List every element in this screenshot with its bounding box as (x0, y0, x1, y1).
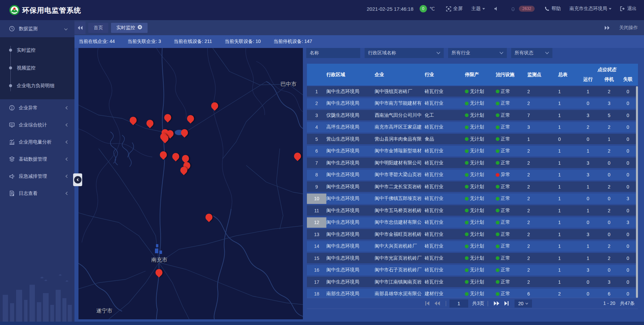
next-page-button[interactable] (494, 301, 499, 306)
region-filter-select[interactable]: 行政区域名称 (365, 48, 444, 58)
megaphone-icon (9, 173, 15, 179)
sidebar-item-4[interactable]: 企业用电量分析 (0, 133, 74, 151)
chevron-down-icon (436, 52, 440, 54)
cell-run-count: 1 (576, 181, 600, 192)
first-page-button[interactable] (425, 301, 430, 306)
table-row-1[interactable]: 1阆中生态环境局阆中强锐页岩砖厂砖瓦行业无计划正常21120 (307, 86, 638, 97)
close-operations-button[interactable]: 关闭操作 (619, 25, 638, 31)
table-scrollbar[interactable] (636, 86, 638, 298)
cell-stop-status: 无计划 (463, 181, 490, 192)
bullet-dot-icon (9, 84, 12, 87)
notifications[interactable]: 2632 (511, 6, 535, 12)
cell-halt-count: 2 (600, 122, 618, 132)
chevron-left-icon (65, 122, 68, 128)
cell-company: 阆中市枣碧大梁山页岩 (375, 170, 425, 180)
cell-lost-count: 3 (618, 217, 638, 228)
status-dot-icon (465, 197, 469, 201)
cell-industry: 砖瓦行业 (425, 146, 463, 156)
tabs-scroll-left-button[interactable] (74, 21, 86, 34)
table-row-11[interactable]: 11阆中生态环境局阆中市五马桥页岩机砖砖瓦行业无计划正常21120 (307, 205, 638, 216)
sidebar-item-6[interactable]: 应急减排管理 (0, 168, 74, 185)
name-filter-input[interactable]: 名称 (306, 48, 360, 58)
table-row-8[interactable]: 8阆中生态环境局阆中市枣碧大梁山页岩砖瓦行业无计划异常21300 (307, 170, 638, 180)
cell-industry: 砖瓦行业 (425, 86, 463, 97)
prev-page-button[interactable] (434, 301, 440, 306)
tab-close-icon[interactable] (138, 25, 142, 31)
sidebar-submenu: 实时监控视频监控企业电力负荷明细 (0, 37, 74, 99)
table-row-15[interactable]: 15阆中生态环境局阆中市光富页岩机砖厂砖瓦行业无计划正常21120 (307, 253, 638, 263)
industry-filter-select[interactable]: 所有行业 (448, 48, 507, 58)
map-city-label: 巴中市 (280, 81, 297, 88)
table-row-17[interactable]: 17阆中生态环境局阆中市江南镇阆南页岩砖瓦行业无计划正常21030 (307, 277, 638, 287)
log-file-icon (9, 191, 15, 196)
status-filter-select[interactable]: 所有状态 (511, 48, 552, 58)
logout-icon (620, 6, 625, 11)
table-row-9[interactable]: 9阆中生态环境局阆中市二龙长宝页岩砖砖瓦行业无计划正常21120 (307, 181, 638, 192)
table-row-16[interactable]: 16阆中生态环境局阆中市石子页岩机砖厂砖瓦行业无计划正常21300 (307, 265, 638, 275)
cell-region: 阆中生态环境局 (326, 146, 375, 156)
cell-region: 阆中生态环境局 (326, 194, 375, 204)
cell-company: 阆中千佛镇五郎垭页岩 (375, 194, 425, 204)
cell-industry: 建材行业 (425, 289, 463, 298)
mute-button[interactable] (494, 6, 500, 11)
sidebar-item-3[interactable]: 企业综合统计 (0, 116, 74, 133)
tab-2[interactable]: 实时监控 (111, 23, 148, 33)
cell-run-count: 3 (576, 170, 600, 180)
row-index: 14 (307, 241, 326, 252)
cell-facility-status: 正常 (490, 158, 519, 168)
logout-button[interactable]: 退出 (620, 6, 637, 12)
table-row-10[interactable]: 10阆中生态环境局阆中千佛镇五郎垭页岩砖瓦行业无计划正常21003 (307, 194, 638, 204)
cell-halt-count: 0 (600, 158, 618, 168)
sidebar-item-2[interactable]: 企业异常 (0, 99, 74, 116)
bullet-dot-icon (9, 66, 12, 69)
row-index: 17 (307, 277, 326, 287)
cell-facility-status: 正常 (490, 253, 519, 263)
table-row-7[interactable]: 7阆中生态环境局阆中明阳建材有限公司砖瓦行业无计划正常21300 (307, 158, 638, 168)
table-row-12[interactable]: 12阆中生态环境局阆中市忠信建材有限公砖瓦行业无计划正常21003 (307, 217, 638, 228)
theme-button[interactable]: 主题 (471, 6, 485, 12)
stats-bar: 当前在线企业: 44当前失联企业: 3当前在线设备: 211当前失联设备: 10… (74, 35, 644, 48)
cell-monitor-count: 1 (519, 134, 547, 144)
sidebar-subitem[interactable]: 视频监控 (0, 59, 74, 77)
row-index: 3 (307, 110, 326, 120)
map-panel[interactable]: 巴中市南充市遂宁市 (78, 48, 303, 319)
cell-run-count: 0 (576, 277, 600, 287)
sidebar-item-5[interactable]: 基础数据管理 (0, 151, 74, 168)
org-menu[interactable]: 南充市生态环境局 (570, 6, 611, 12)
tabs-scroll-right-button[interactable] (604, 25, 610, 30)
cell-meter-count: 1 (547, 217, 576, 228)
tab-1[interactable]: 首页 (88, 23, 108, 33)
table-row-6[interactable]: 6阆中生态环境局阆中市金博瑞新型墙材砖瓦行业无计划正常21120 (307, 146, 638, 156)
sidebar-subitem[interactable]: 企业电力负荷明细 (0, 77, 74, 95)
cell-monitor-count: 2 (519, 265, 547, 275)
cell-halt-count: 0 (600, 194, 618, 204)
sidebar-item-1[interactable]: 数据监测 (0, 20, 74, 37)
status-dot-icon (496, 245, 499, 248)
page-size-select[interactable]: 20 (515, 300, 532, 308)
cell-halt-count: 2 (600, 86, 618, 97)
table-row-3[interactable]: 3仪陇生态环境局西南油气田分公司川中化工无计划正常71350 (307, 110, 638, 120)
chevron-down-icon (499, 52, 503, 54)
last-page-button[interactable] (504, 301, 509, 306)
map-city-label: 南充市 (151, 257, 167, 264)
table-row-2[interactable]: 2阆中生态环境局阆中市南方节能建材有砖瓦行业无计划正常21030 (307, 98, 638, 109)
sidebar-collapse-handle[interactable] (73, 173, 82, 186)
col-header-stop: 停限产 (463, 64, 490, 86)
fullscreen-button[interactable]: 全屏 (446, 6, 463, 12)
page-number-input[interactable]: 1 (449, 300, 468, 308)
cell-company: 阆中市光富页岩机砖厂 (375, 253, 425, 263)
table-row-4[interactable]: 4高坪生态环境局南充市高坪区王家店建砖瓦行业无计划正常31220 (307, 122, 638, 132)
table-row-13[interactable]: 13阆中生态环境局阆中市金福旺页岩机砖砖瓦行业无计划正常21300 (307, 229, 638, 239)
sidebar-item-7[interactable]: 日志查看 (0, 185, 74, 202)
bullet-dot-icon (9, 49, 12, 52)
cell-monitor-count: 2 (519, 146, 547, 156)
help-button[interactable]: 帮助 (545, 6, 561, 12)
table-row-14[interactable]: 14阆中生态环境局阆中大兴页岩机砖厂砖瓦行业无计划正常21120 (307, 241, 638, 252)
sidebar-subitem[interactable]: 实时监控 (0, 41, 74, 59)
table-row-18[interactable]: 18南部生态环境局南部县雄华水泥有限公建材行业无计划正常62060 (307, 289, 638, 298)
row-index: 2 (307, 98, 326, 109)
cell-run-count: 1 (576, 241, 600, 252)
table-row-5[interactable]: 5营山生态环境局营山县润丰肉食品有限食品无计划正常10010 (307, 134, 638, 144)
caret-down-icon (482, 8, 485, 10)
status-dot-icon (496, 292, 499, 296)
